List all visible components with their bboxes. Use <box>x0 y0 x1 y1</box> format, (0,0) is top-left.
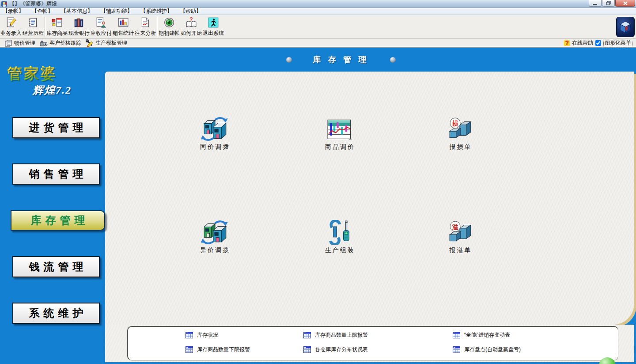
bottom-strip: 库存状况 库存商品数量上限报警 <box>105 325 634 362</box>
section-header: 库 存 管 理 <box>286 55 396 64</box>
graphic-menu-label[interactable]: 图形化菜单 <box>603 39 632 47</box>
toolbar-stock-items[interactable]: 库存商品 <box>46 15 68 38</box>
entry-notepad-icon <box>5 17 17 28</box>
module-label: 商品调价 <box>309 143 371 151</box>
stock-items-icon <box>51 17 63 28</box>
toolbar-opening-balance[interactable]: 期初建帐 <box>158 15 180 38</box>
brand-cube-logo <box>616 17 635 37</box>
reports-panel: 库存状况 库存商品数量上限报警 <box>127 326 618 360</box>
menu-query[interactable]: 【查帐】 <box>30 8 55 15</box>
table-icon <box>453 332 460 338</box>
toolbar-exit-system[interactable]: 退出系统 <box>202 15 224 38</box>
table-icon <box>303 346 311 353</box>
menu-aux-functions[interactable]: 【辅助功能】 <box>99 8 134 15</box>
report-lower-limit-alert[interactable]: 库存商品数量下限报警 <box>186 346 303 353</box>
toolbar-separator <box>157 17 158 37</box>
application-window: 【】《管家婆》辉煌 【录帐】 【查帐】 【基本信息】 【辅助功能】 【系统维护】… <box>0 0 636 364</box>
goods-price-adjust-icon <box>327 119 353 141</box>
module-overflow-report[interactable]: 溢 报溢单 <box>430 217 492 254</box>
production-assembly-icon <box>328 220 352 245</box>
module-diff-price-transfer[interactable]: 异价调拨 <box>184 217 246 254</box>
report-stock-status[interactable]: 库存状况 <box>186 331 303 339</box>
toolbar-cash-bank[interactable]: 现金银行 <box>68 15 90 38</box>
main-toolbar: 业务录入 经营历程 库存商品 <box>0 15 636 39</box>
module-same-price-transfer[interactable]: 同价调拨 <box>184 114 246 151</box>
menu-help[interactable]: 【帮助】 <box>178 8 203 15</box>
toolbar-label: 应收应付 <box>91 30 112 37</box>
report-link-label: 库存商品数量上限报警 <box>315 331 368 339</box>
close-icon <box>623 1 628 5</box>
toolbar-label: 经营历程 <box>23 30 44 37</box>
toolbar-label: 往来分析 <box>135 30 156 37</box>
module-production-assembly[interactable]: 生产组装 <box>309 217 371 254</box>
toolbar-how-to-start[interactable]: ? 如何开始 <box>180 15 202 38</box>
sidebar-item-sales[interactable]: 销售管理 <box>12 163 100 185</box>
cube-icon <box>617 19 633 35</box>
sphere-icon <box>390 57 396 63</box>
sidebar-item-inventory[interactable]: 库存管理 <box>11 210 105 231</box>
minimize-icon <box>593 4 597 5</box>
report-link-label: 库存状况 <box>197 331 218 339</box>
menu-basic-info[interactable]: 【基本信息】 <box>59 8 95 15</box>
how-to-start-icon: ? <box>186 17 197 28</box>
graphic-menu-checkbox[interactable] <box>595 40 601 46</box>
report-omni-flow-table[interactable]: “全能”进销存变动表 <box>453 331 618 339</box>
report-link-label: 各仓库库存分布状况表 <box>315 346 368 353</box>
table-icon <box>303 332 311 338</box>
quick-toolbar: 物价管理 客户价格跟踪 生产模板管理 ? 在线帮助 图形化菜单 <box>0 39 636 48</box>
quickbar-right: ? 在线帮助 图形化菜单 <box>564 39 632 47</box>
app-icon <box>1 1 8 7</box>
customer-price-tracking-icon <box>40 39 48 47</box>
quick-production-template[interactable]: 生产模板管理 <box>86 39 127 47</box>
window-title: 【】《管家婆》辉煌 <box>9 0 57 8</box>
brand-name: 管家婆 <box>7 65 57 82</box>
toolbar-label: 业务录入 <box>0 30 22 37</box>
module-goods-price-adjust[interactable]: 商品调价 <box>309 114 371 151</box>
close-button[interactable] <box>615 0 635 7</box>
quick-price-management[interactable]: 物价管理 <box>4 39 35 47</box>
toolbar-business-entry[interactable]: 业务录入 <box>0 15 22 38</box>
minimize-button[interactable] <box>589 0 602 7</box>
price-docs-icon <box>4 39 12 47</box>
toolbar-business-history[interactable]: 经营历程 <box>22 15 44 38</box>
sidebar-item-purchase[interactable]: 进货管理 <box>12 117 100 138</box>
restore-button[interactable] <box>602 0 615 7</box>
toolbar-label: 如何开始 <box>181 30 202 37</box>
report-warehouse-distribution[interactable]: 各仓库库存分布状况表 <box>303 346 453 353</box>
menu-system-maintenance[interactable]: 【系统维护】 <box>139 8 174 15</box>
menu-record[interactable]: 【录帐】 <box>1 8 26 15</box>
toolbar-separator <box>45 17 45 37</box>
toolbar-receivable-payable[interactable]: 应收应付 <box>90 15 112 38</box>
cash-bank-icon <box>73 17 85 28</box>
module-label: 异价调拨 <box>184 246 246 254</box>
overflow-badge: 溢 <box>452 224 458 230</box>
module-label: 生产组装 <box>309 246 371 254</box>
content-panel: 同价调拨 <box>105 72 634 325</box>
online-help-link[interactable]: 在线帮助 <box>572 39 593 47</box>
sidebar-item-cashflow[interactable]: 钱流管理 <box>12 256 100 277</box>
online-help-icon: ? <box>564 40 570 46</box>
report-upper-limit-alert[interactable]: 库存商品数量上限报警 <box>303 331 453 339</box>
quick-item-label: 客户价格跟踪 <box>49 39 81 47</box>
loss-report-icon: 损 <box>448 118 473 141</box>
menu-bar: 【录帐】 【查帐】 【基本信息】 【辅助功能】 【系统维护】 【帮助】 <box>0 8 636 15</box>
sphere-icon <box>286 57 292 63</box>
toolbar-transaction-analysis[interactable]: 往来分析 <box>134 15 156 38</box>
title-bar: 【】《管家婆》辉煌 <box>0 0 636 8</box>
section-title: 库 存 管 理 <box>313 54 369 65</box>
report-link-label: 库存盘点(自动盘赢盘亏) <box>464 346 521 353</box>
quick-customer-price-tracking[interactable]: 客户价格跟踪 <box>40 39 81 47</box>
window-controls <box>588 0 635 7</box>
toolbar-label: 期初建帐 <box>159 30 180 37</box>
module-loss-report[interactable]: 损 报损单 <box>430 114 492 151</box>
diff-price-transfer-icon <box>201 220 229 245</box>
module-label: 报损单 <box>430 143 492 151</box>
sidebar: 管家婆 辉煌7.2 进货管理 销售管理 库存管理 钱流管理 系统维护 <box>0 48 105 364</box>
restore-icon <box>606 1 611 5</box>
report-stocktake[interactable]: 库存盘点(自动盘赢盘亏) <box>453 346 618 353</box>
module-label: 同价调拨 <box>184 143 246 151</box>
toolbar-sales-stats[interactable]: 销售统计 <box>112 15 134 38</box>
toolbar-label: 库存商品 <box>46 30 68 37</box>
sidebar-item-system-maintenance[interactable]: 系统维护 <box>12 303 100 324</box>
reports-grid: 库存状况 库存商品数量上限报警 <box>128 327 618 353</box>
